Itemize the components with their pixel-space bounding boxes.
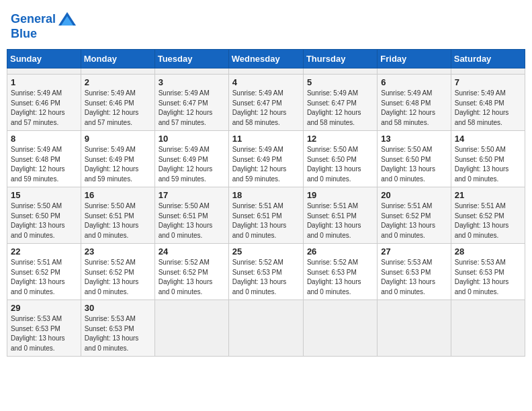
day-info: Sunrise: 5:49 AMSunset: 6:49 PMDaylight:… (85, 145, 151, 184)
calendar-day-cell: 13Sunrise: 5:50 AMSunset: 6:50 PMDayligh… (378, 131, 451, 187)
calendar-day-cell (228, 300, 303, 357)
day-info: Sunrise: 5:51 AMSunset: 6:52 PMDaylight:… (11, 258, 77, 297)
calendar-table: SundayMondayTuesdayWednesdayThursdayFrid… (7, 49, 525, 357)
calendar-day-cell: 17Sunrise: 5:50 AMSunset: 6:51 PMDayligh… (154, 187, 228, 244)
day-info: Sunrise: 5:51 AMSunset: 6:52 PMDaylight:… (381, 201, 447, 240)
day-info: Sunrise: 5:50 AMSunset: 6:50 PMDaylight:… (381, 145, 447, 184)
day-info: Sunrise: 5:51 AMSunset: 6:52 PMDaylight:… (455, 201, 521, 240)
day-number: 19 (307, 190, 373, 200)
day-info: Sunrise: 5:50 AMSunset: 6:50 PMDaylight:… (455, 145, 521, 184)
calendar-day-cell: 4Sunrise: 5:49 AMSunset: 6:47 PMDaylight… (228, 75, 303, 131)
day-info: Sunrise: 5:52 AMSunset: 6:53 PMDaylight:… (232, 258, 300, 297)
calendar-day-cell: 26Sunrise: 5:52 AMSunset: 6:53 PMDayligh… (303, 244, 377, 300)
calendar-day-cell (154, 300, 228, 357)
calendar-day-cell (154, 68, 228, 75)
day-info: Sunrise: 5:49 AMSunset: 6:48 PMDaylight:… (381, 89, 447, 128)
day-number: 4 (232, 77, 300, 87)
calendar-day-cell: 25Sunrise: 5:52 AMSunset: 6:53 PMDayligh… (228, 244, 303, 300)
day-of-week-header: Sunday (7, 50, 81, 68)
calendar-day-cell: 23Sunrise: 5:52 AMSunset: 6:52 PMDayligh… (81, 244, 154, 300)
day-number: 11 (232, 134, 300, 144)
day-info: Sunrise: 5:49 AMSunset: 6:48 PMDaylight:… (455, 89, 521, 128)
calendar-day-cell (303, 300, 377, 357)
day-number: 15 (11, 190, 77, 200)
calendar-day-cell: 19Sunrise: 5:51 AMSunset: 6:51 PMDayligh… (303, 187, 377, 244)
logo: General Blue (11, 9, 77, 41)
calendar-day-cell (7, 68, 81, 75)
day-info: Sunrise: 5:50 AMSunset: 6:50 PMDaylight:… (307, 145, 373, 184)
calendar-day-cell: 11Sunrise: 5:49 AMSunset: 6:49 PMDayligh… (228, 131, 303, 187)
day-info: Sunrise: 5:49 AMSunset: 6:47 PMDaylight:… (159, 89, 225, 128)
calendar-day-cell (303, 68, 377, 75)
calendar-week-row: 29Sunrise: 5:53 AMSunset: 6:53 PMDayligh… (7, 300, 525, 357)
day-number: 16 (85, 190, 151, 200)
day-number: 24 (159, 246, 225, 257)
calendar-day-cell: 29Sunrise: 5:53 AMSunset: 6:53 PMDayligh… (7, 300, 81, 357)
day-number: 27 (381, 246, 447, 257)
calendar-week-row: 1Sunrise: 5:49 AMSunset: 6:46 PMDaylight… (7, 75, 525, 131)
calendar-day-cell: 7Sunrise: 5:49 AMSunset: 6:48 PMDaylight… (451, 75, 525, 131)
day-of-week-header: Monday (81, 50, 154, 68)
calendar-day-cell: 9Sunrise: 5:49 AMSunset: 6:49 PMDaylight… (81, 131, 154, 187)
day-of-week-header: Friday (378, 50, 451, 68)
day-number: 3 (159, 77, 225, 87)
calendar-day-cell: 14Sunrise: 5:50 AMSunset: 6:50 PMDayligh… (451, 131, 525, 187)
day-info: Sunrise: 5:50 AMSunset: 6:51 PMDaylight:… (159, 201, 225, 240)
calendar-day-cell: 24Sunrise: 5:52 AMSunset: 6:52 PMDayligh… (154, 244, 228, 300)
day-of-week-header: Wednesday (228, 50, 303, 68)
calendar-day-cell (378, 300, 451, 357)
calendar-day-cell (451, 300, 525, 357)
day-info: Sunrise: 5:52 AMSunset: 6:52 PMDaylight:… (85, 258, 151, 297)
day-number: 25 (232, 246, 300, 257)
calendar-day-cell: 22Sunrise: 5:51 AMSunset: 6:52 PMDayligh… (7, 244, 81, 300)
day-info: Sunrise: 5:49 AMSunset: 6:49 PMDaylight:… (232, 145, 300, 184)
calendar-week-row (7, 68, 525, 75)
logo-icon (57, 9, 77, 30)
day-number: 29 (11, 303, 77, 313)
day-number: 17 (159, 190, 225, 200)
calendar-week-row: 22Sunrise: 5:51 AMSunset: 6:52 PMDayligh… (7, 244, 525, 300)
day-of-week-header: Saturday (451, 50, 525, 68)
day-number: 10 (159, 134, 225, 144)
day-info: Sunrise: 5:53 AMSunset: 6:53 PMDaylight:… (85, 314, 151, 353)
calendar-day-cell: 21Sunrise: 5:51 AMSunset: 6:52 PMDayligh… (451, 187, 525, 244)
day-of-week-header: Thursday (303, 50, 377, 68)
calendar-day-cell: 6Sunrise: 5:49 AMSunset: 6:48 PMDaylight… (378, 75, 451, 131)
calendar-day-cell (451, 68, 525, 75)
calendar-day-cell (378, 68, 451, 75)
day-number: 14 (455, 134, 521, 144)
calendar-day-cell: 5Sunrise: 5:49 AMSunset: 6:47 PMDaylight… (303, 75, 377, 131)
day-number: 20 (381, 190, 447, 200)
day-info: Sunrise: 5:49 AMSunset: 6:46 PMDaylight:… (11, 89, 77, 128)
day-info: Sunrise: 5:53 AMSunset: 6:53 PMDaylight:… (455, 258, 521, 297)
day-info: Sunrise: 5:51 AMSunset: 6:51 PMDaylight:… (232, 201, 300, 240)
calendar-body: 1Sunrise: 5:49 AMSunset: 6:46 PMDaylight… (7, 68, 525, 357)
calendar-day-cell: 16Sunrise: 5:50 AMSunset: 6:51 PMDayligh… (81, 187, 154, 244)
calendar-day-cell: 18Sunrise: 5:51 AMSunset: 6:51 PMDayligh… (228, 187, 303, 244)
day-info: Sunrise: 5:49 AMSunset: 6:48 PMDaylight:… (11, 145, 77, 184)
day-info: Sunrise: 5:52 AMSunset: 6:52 PMDaylight:… (159, 258, 225, 297)
day-info: Sunrise: 5:49 AMSunset: 6:49 PMDaylight:… (159, 145, 225, 184)
day-number: 23 (85, 246, 151, 257)
calendar-week-row: 8Sunrise: 5:49 AMSunset: 6:48 PMDaylight… (7, 131, 525, 187)
day-number: 21 (455, 190, 521, 200)
day-number: 9 (85, 134, 151, 144)
calendar-day-cell: 28Sunrise: 5:53 AMSunset: 6:53 PMDayligh… (451, 244, 525, 300)
day-info: Sunrise: 5:50 AMSunset: 6:51 PMDaylight:… (85, 201, 151, 240)
logo-text: General (11, 13, 56, 26)
day-number: 5 (307, 77, 373, 87)
day-number: 1 (11, 77, 77, 87)
day-info: Sunrise: 5:50 AMSunset: 6:50 PMDaylight:… (11, 201, 77, 240)
day-info: Sunrise: 5:52 AMSunset: 6:53 PMDaylight:… (307, 258, 373, 297)
day-number: 13 (381, 134, 447, 144)
calendar-day-cell: 10Sunrise: 5:49 AMSunset: 6:49 PMDayligh… (154, 131, 228, 187)
day-number: 26 (307, 246, 373, 257)
calendar-header-row: SundayMondayTuesdayWednesdayThursdayFrid… (7, 50, 525, 68)
calendar-day-cell: 15Sunrise: 5:50 AMSunset: 6:50 PMDayligh… (7, 187, 81, 244)
calendar-day-cell: 20Sunrise: 5:51 AMSunset: 6:52 PMDayligh… (378, 187, 451, 244)
day-info: Sunrise: 5:53 AMSunset: 6:53 PMDaylight:… (11, 314, 77, 353)
calendar-day-cell: 30Sunrise: 5:53 AMSunset: 6:53 PMDayligh… (81, 300, 154, 357)
day-number: 30 (85, 303, 151, 313)
day-number: 6 (381, 77, 447, 87)
calendar-day-cell (81, 68, 154, 75)
